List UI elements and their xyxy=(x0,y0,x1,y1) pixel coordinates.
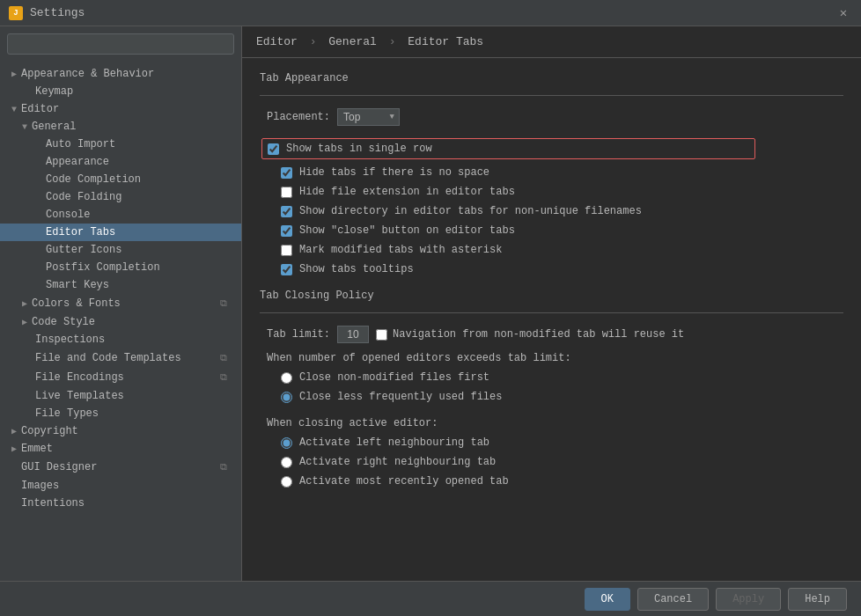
show-single-row-label[interactable]: Show tabs in single row xyxy=(286,143,432,155)
mark-modified-label[interactable]: Mark modified tabs with asterisk xyxy=(299,244,502,256)
sidebar-item-label: Auto Import xyxy=(46,138,234,150)
arrow-icon: ▶ xyxy=(18,298,32,309)
arrow-placeholder xyxy=(32,175,46,185)
activate-left-radio[interactable] xyxy=(281,437,292,449)
activate-recent-radio[interactable] xyxy=(281,476,292,488)
activate-left-label[interactable]: Activate left neighbouring tab xyxy=(299,436,489,449)
activate-right-radio[interactable] xyxy=(281,457,292,468)
arrow-placeholder xyxy=(32,158,46,167)
show-single-row-checkbox[interactable] xyxy=(268,143,279,155)
help-button[interactable]: Help xyxy=(788,588,847,611)
sidebar-item-live-templates[interactable]: Live Templates xyxy=(0,387,241,405)
hide-file-extension-label[interactable]: Hide file extension in editor tabs xyxy=(299,186,515,198)
tab-limit-label: Tab limit: xyxy=(267,328,330,341)
arrow-placeholder xyxy=(32,246,46,255)
close-button[interactable]: ✕ xyxy=(835,4,852,22)
sidebar-item-label: GUI Designer xyxy=(21,461,217,473)
radio-close-non-modified: Close non-modified files first xyxy=(260,371,843,384)
arrow-placeholder xyxy=(7,463,21,473)
sidebar-item-inspections[interactable]: Inspections xyxy=(0,331,241,348)
tree-area: ▶ Appearance & Behavior Keymap ▼ Editor … xyxy=(0,62,241,581)
ok-button[interactable]: OK xyxy=(585,588,630,611)
arrow-placeholder xyxy=(32,263,46,273)
sidebar-item-label: Inspections xyxy=(35,334,234,346)
close-less-frequent-radio[interactable] xyxy=(281,392,292,403)
content-body: Tab Appearance Placement: Top Bottom Lef… xyxy=(242,58,861,581)
arrow-placeholder xyxy=(21,373,35,383)
copy-icon: ⧉ xyxy=(217,297,231,311)
show-tooltips-label[interactable]: Show tabs tooltips xyxy=(299,263,414,275)
activate-right-label[interactable]: Activate right neighbouring tab xyxy=(299,456,496,468)
hide-tabs-no-space-checkbox[interactable] xyxy=(281,167,292,179)
mark-modified-checkbox[interactable] xyxy=(281,245,292,256)
arrow-icon: ▶ xyxy=(18,317,32,327)
activate-recent-label[interactable]: Activate most recently opened tab xyxy=(299,475,509,488)
arrow-placeholder xyxy=(7,499,21,509)
show-directory-label[interactable]: Show directory in editor tabs for non-un… xyxy=(299,205,642,217)
tab-limit-input[interactable] xyxy=(337,326,369,343)
sidebar-item-gutter-icons[interactable]: Gutter Icons xyxy=(0,241,241,259)
sidebar-item-code-style[interactable]: ▶ Code Style xyxy=(0,313,241,331)
sidebar-item-label: Postfix Completion xyxy=(46,261,234,274)
sidebar-item-images[interactable]: Images xyxy=(0,477,241,495)
when-exceeds-label: When number of opened editors exceeds ta… xyxy=(260,352,843,364)
sidebar-item-auto-import[interactable]: Auto Import xyxy=(0,136,241,153)
sidebar-item-file-types[interactable]: File Types xyxy=(0,405,241,422)
placement-select-wrapper[interactable]: Top Bottom Left Right None xyxy=(337,108,400,126)
sidebar-item-label: Smart Keys xyxy=(46,279,234,291)
sidebar-item-file-encodings[interactable]: File Encodings ⧉ xyxy=(0,368,241,387)
sidebar-item-code-completion[interactable]: Code Completion xyxy=(0,171,241,188)
show-close-button-checkbox[interactable] xyxy=(281,225,292,237)
show-directory-checkbox[interactable] xyxy=(281,206,292,217)
close-non-modified-radio[interactable] xyxy=(281,372,292,384)
placement-label: Placement: xyxy=(267,111,330,123)
sidebar-item-label: Images xyxy=(21,480,234,492)
arrow-icon: ▶ xyxy=(7,426,21,436)
sidebar-item-copyright[interactable]: ▶ Copyright xyxy=(0,422,241,440)
apply-button[interactable]: Apply xyxy=(716,588,781,611)
sidebar-item-gui-designer[interactable]: GUI Designer ⧉ xyxy=(0,458,241,477)
placement-select[interactable]: Top Bottom Left Right None xyxy=(337,108,400,126)
hide-tabs-no-space-label[interactable]: Hide tabs if there is no space xyxy=(299,166,489,179)
breadcrumb-part-2: General xyxy=(328,35,377,48)
content-panel: Editor › General › Editor Tabs Tab Appea… xyxy=(242,26,861,581)
arrow-placeholder xyxy=(32,228,46,238)
sidebar-item-file-code-templates[interactable]: File and Code Templates ⧉ xyxy=(0,348,241,368)
arrow-placeholder xyxy=(21,409,35,419)
radio-activate-left: Activate left neighbouring tab xyxy=(260,436,843,449)
search-input[interactable] xyxy=(7,33,234,55)
sidebar-item-editor[interactable]: ▼ Editor xyxy=(0,100,241,118)
show-tooltips-checkbox[interactable] xyxy=(281,264,292,275)
sidebar-item-smart-keys[interactable]: Smart Keys xyxy=(0,276,241,294)
titlebar: J Settings ✕ xyxy=(0,0,861,26)
sidebar-item-appearance-behavior[interactable]: ▶ Appearance & Behavior xyxy=(0,65,241,83)
sidebar-item-intentions[interactable]: Intentions xyxy=(0,495,241,512)
sidebar-item-label: Copyright xyxy=(21,425,234,437)
sidebar-item-postfix-completion[interactable]: Postfix Completion xyxy=(0,259,241,276)
sidebar-item-label: Emmet xyxy=(21,443,234,455)
when-closing-label: When closing active editor: xyxy=(260,417,843,429)
checkbox-mark-modified: Mark modified tabs with asterisk xyxy=(260,244,843,256)
nav-reuse-checkbox[interactable] xyxy=(376,329,387,341)
sidebar-item-console[interactable]: Console xyxy=(0,206,241,224)
sidebar-item-editor-tabs[interactable]: Editor Tabs xyxy=(0,224,241,241)
sidebar-item-emmet[interactable]: ▶ Emmet xyxy=(0,440,241,458)
close-less-frequent-label[interactable]: Close less frequently used files xyxy=(299,391,502,403)
close-non-modified-label[interactable]: Close non-modified files first xyxy=(299,371,489,384)
checkbox-show-tooltips: Show tabs tooltips xyxy=(260,263,843,275)
tab-closing-title: Tab Closing Policy xyxy=(260,290,843,302)
checkbox-show-single-row: Show tabs in single row xyxy=(261,138,755,159)
sidebar-item-keymap[interactable]: Keymap xyxy=(0,83,241,100)
sidebar-item-colors-fonts[interactable]: ▶ Colors & Fonts ⧉ xyxy=(0,294,241,313)
copy-icon: ⧉ xyxy=(217,351,231,365)
sidebar-item-label: Live Templates xyxy=(35,390,234,402)
cancel-button[interactable]: Cancel xyxy=(637,588,709,611)
sidebar-item-general[interactable]: ▼ General xyxy=(0,118,241,136)
sidebar-item-appearance[interactable]: Appearance xyxy=(0,153,241,171)
show-close-button-label[interactable]: Show "close" button on editor tabs xyxy=(299,224,515,237)
arrow-icon: ▶ xyxy=(7,69,21,79)
sidebar-item-code-folding[interactable]: Code Folding xyxy=(0,188,241,206)
nav-reuse-label[interactable]: Navigation from non-modified tab will re… xyxy=(393,328,684,341)
hide-file-extension-checkbox[interactable] xyxy=(281,187,292,198)
divider-1 xyxy=(260,95,843,96)
